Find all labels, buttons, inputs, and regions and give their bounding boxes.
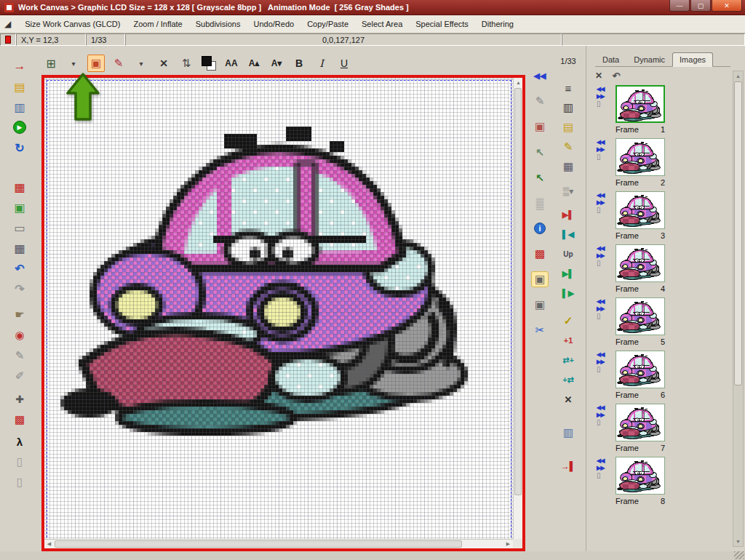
- clear-frames-button[interactable]: ✕: [592, 70, 605, 81]
- frame-page-icon[interactable]: ▯: [597, 153, 601, 161]
- frame-item-3[interactable]: ◀◀▶▶▯Frame3: [589, 190, 730, 243]
- export-frame-button[interactable]: →▌: [559, 458, 577, 474]
- underline-text-button[interactable]: U: [335, 55, 353, 72]
- insert-image-button[interactable]: ▣: [531, 119, 549, 135]
- pencil-tool-button[interactable]: ✐: [10, 367, 29, 385]
- scroll-left-button[interactable]: ◀: [44, 540, 54, 549]
- frame-page-icon[interactable]: ▯: [597, 313, 601, 320]
- move-up-button[interactable]: Up: [559, 246, 577, 262]
- refresh-button[interactable]: ↻: [10, 139, 29, 156]
- frame-rewind-icon[interactable]: ◀◀: [597, 192, 604, 199]
- frame-page-icon[interactable]: ▯: [597, 260, 601, 267]
- maximize-button[interactable]: ▢: [690, 0, 711, 12]
- frame-rewind-icon[interactable]: ◀◀: [597, 298, 604, 305]
- frame-menu-button[interactable]: ≡: [559, 80, 577, 96]
- clear-canvas-button[interactable]: ✕: [155, 55, 172, 72]
- copy-frame-button[interactable]: ▣: [531, 297, 549, 313]
- frames-scrollbar[interactable]: ▲ ▼: [733, 71, 744, 547]
- scroll-right-button[interactable]: ▶: [503, 540, 513, 549]
- brush-tool-button[interactable]: ✎: [10, 347, 29, 364]
- prev-frame-button[interactable]: ▌◀: [559, 226, 577, 242]
- frame-rewind-icon[interactable]: ◀◀: [597, 404, 604, 411]
- horizontal-scroll-thumb[interactable]: [55, 540, 462, 548]
- resize-corner-icon[interactable]: ◢: [4, 19, 11, 29]
- frame-thumbnail[interactable]: [615, 244, 665, 282]
- frame-page-icon[interactable]: ▯: [597, 366, 601, 373]
- frame-thumbnail[interactable]: [615, 297, 665, 335]
- select-cursor-button[interactable]: ↖: [531, 144, 549, 160]
- menu-item-special-effects[interactable]: Special Effects: [409, 17, 475, 31]
- save-file-button[interactable]: ▥: [10, 98, 29, 116]
- zoom-tool-button[interactable]: ◉: [10, 327, 29, 344]
- frame-forward-icon[interactable]: ▶▶: [597, 199, 604, 206]
- work-canvas[interactable]: ▲ ▼ ◀ ▶: [41, 75, 525, 551]
- undo-frames-button[interactable]: ↶: [610, 70, 623, 81]
- frame-thumbnail[interactable]: [615, 191, 665, 229]
- frame-page-icon[interactable]: ▯: [597, 100, 601, 108]
- exit-editor-button[interactable]: →: [10, 57, 29, 75]
- pan-view-dropdown[interactable]: ▾: [65, 55, 82, 72]
- first-frame-button[interactable]: ▶▌: [559, 207, 577, 223]
- frame-item-6[interactable]: ◀◀▶▶▯Frame6: [589, 349, 730, 402]
- select-add-button[interactable]: ↖: [531, 169, 549, 185]
- insert-frame-before-button[interactable]: ⇄+: [559, 352, 577, 368]
- font-select-button[interactable]: AA: [223, 55, 240, 72]
- edit-animation-button[interactable]: ✎: [559, 139, 577, 155]
- paint-mode-dropdown[interactable]: ▾: [132, 55, 150, 72]
- next-frame-button[interactable]: ▶▌: [559, 265, 577, 281]
- paint-mode-button[interactable]: ✎: [110, 55, 127, 72]
- menu-item-select-area[interactable]: Select Area: [355, 17, 409, 31]
- open-file-button[interactable]: ▤: [10, 78, 29, 95]
- pixel-art-car-image[interactable]: [46, 79, 511, 545]
- canvas-vertical-scrollbar[interactable]: ▲ ▼: [513, 78, 522, 546]
- duplicate-frame-button[interactable]: ▣: [531, 271, 549, 287]
- frame-thumbnail[interactable]: [615, 138, 665, 176]
- red-grid-button[interactable]: ▩: [10, 411, 29, 428]
- frame-thumbnail[interactable]: [615, 404, 665, 441]
- frame-thumbnail[interactable]: [615, 85, 665, 123]
- frame-page-icon[interactable]: ▯: [597, 207, 601, 214]
- last-frame-button[interactable]: ▌▶: [559, 285, 577, 301]
- crosshair-tool-button[interactable]: ✚: [10, 391, 29, 408]
- frame-item-1[interactable]: ◀◀▶▶▯Frame1: [589, 84, 730, 137]
- run-button[interactable]: ▶: [10, 119, 29, 136]
- frames-scroll-up-button[interactable]: ▲: [733, 71, 743, 81]
- frame-rewind-icon[interactable]: ◀◀: [597, 139, 604, 145]
- font-larger-button[interactable]: A▴: [245, 55, 263, 72]
- frame-item-4[interactable]: ◀◀▶▶▯Frame4: [589, 243, 730, 296]
- frame-rewind-icon[interactable]: ◀◀: [597, 457, 604, 464]
- vertical-scroll-thumb[interactable]: [514, 88, 522, 495]
- info-button[interactable]: i: [531, 220, 549, 236]
- pan-view-button[interactable]: ⊞: [42, 55, 60, 72]
- frame-item-7[interactable]: ◀◀▶▶▯Frame7: [589, 402, 730, 455]
- cut-frame-button[interactable]: ✂: [531, 322, 549, 338]
- menu-item-subdivisions[interactable]: Subdivisions: [189, 17, 247, 31]
- scroll-up-button[interactable]: ▲: [514, 78, 523, 87]
- edit-frame-button[interactable]: ✎: [531, 93, 549, 109]
- frame-thumbnail[interactable]: [615, 351, 665, 388]
- canvas-horizontal-scrollbar[interactable]: ◀ ▶: [44, 539, 513, 548]
- frame-rewind-icon[interactable]: ◀◀: [597, 245, 604, 252]
- menu-item-size-work-canvas-glcd[interactable]: Size Work Canvas (GLCD): [18, 17, 127, 31]
- frame-forward-icon[interactable]: ▶▶: [597, 412, 604, 418]
- active-color-swatch[interactable]: [5, 36, 11, 44]
- measure-tool-button[interactable]: λ: [10, 433, 29, 450]
- frame-item-2[interactable]: ◀◀▶▶▯Frame2: [589, 137, 730, 190]
- pattern-dropdown-button[interactable]: ▒▾: [559, 183, 577, 199]
- new-canvas-button[interactable]: ▭: [10, 219, 29, 236]
- undo-button[interactable]: ↶: [10, 260, 29, 277]
- filmstrip-button[interactable]: ▥: [559, 100, 577, 116]
- play-backward-button[interactable]: ◀◀: [531, 68, 549, 84]
- frame-forward-icon[interactable]: ▶▶: [597, 305, 604, 312]
- insert-frame-after-button[interactable]: +⇄: [559, 372, 577, 388]
- frame-item-5[interactable]: ◀◀▶▶▯Frame5: [589, 296, 730, 349]
- resize-grip[interactable]: [734, 551, 744, 559]
- frames-scroll-down-button[interactable]: ▼: [733, 537, 743, 546]
- image-mode-button[interactable]: ▣: [87, 55, 105, 72]
- page-tool-button[interactable]: ▯: [10, 453, 29, 471]
- bold-text-button[interactable]: B: [290, 55, 308, 72]
- frame-forward-icon[interactable]: ▶▶: [597, 252, 604, 259]
- tab-dynamic[interactable]: Dynamic: [626, 52, 672, 67]
- minimize-button[interactable]: —: [669, 0, 690, 12]
- frame-rewind-icon[interactable]: ◀◀: [597, 351, 604, 358]
